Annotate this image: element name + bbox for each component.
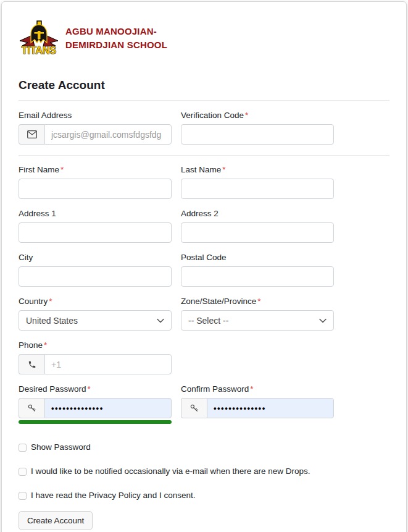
zone-label: Zone/State/Province* xyxy=(181,297,334,306)
country-select[interactable]: United States xyxy=(19,310,172,331)
zone-field: Zone/State/Province* -- Select -- xyxy=(181,297,334,331)
address1-field: Address 1 xyxy=(19,209,172,243)
confirm-password-field: Confirm Password* xyxy=(181,384,334,424)
city-input[interactable] xyxy=(19,266,172,287)
email-field: Email Address xyxy=(19,111,172,145)
email-label: Email Address xyxy=(19,111,172,120)
verification-code-input[interactable] xyxy=(181,124,334,145)
postal-code-input[interactable] xyxy=(181,266,334,287)
country-field: Country* United States xyxy=(19,297,172,331)
school-header: TITANS AGBU MANOOJIAN- DEMIRDJIAN SCHOOL xyxy=(19,20,389,56)
address2-label: Address 2 xyxy=(181,209,334,218)
password-strength-bar xyxy=(19,420,172,424)
desired-password-input[interactable] xyxy=(44,398,172,418)
title-divider xyxy=(19,100,389,101)
desired-password-label: Desired Password* xyxy=(19,384,172,394)
postal-code-field: Postal Code xyxy=(181,253,334,287)
email-input[interactable] xyxy=(44,124,172,145)
desired-password-field: Desired Password* xyxy=(19,384,172,424)
show-password-row: Show Password xyxy=(19,442,389,452)
privacy-label: I have read the Privacy Policy and I con… xyxy=(31,491,195,500)
zone-select[interactable]: -- Select -- xyxy=(181,310,334,331)
privacy-checkbox[interactable] xyxy=(19,492,27,500)
verification-code-field: Verification Code* xyxy=(181,111,334,145)
address2-input[interactable] xyxy=(181,222,334,243)
notify-checkbox[interactable] xyxy=(19,468,27,476)
key-icon xyxy=(181,398,207,418)
last-name-label: Last Name* xyxy=(181,165,334,174)
notify-row: I would like to be notified occasionally… xyxy=(19,467,389,476)
address1-input[interactable] xyxy=(19,222,172,243)
create-account-form: Email Address Verification Code* xyxy=(19,111,389,530)
first-name-input[interactable] xyxy=(19,179,172,199)
privacy-policy-link[interactable]: Privacy Policy xyxy=(89,491,141,500)
confirm-password-label: Confirm Password* xyxy=(181,384,334,394)
phone-input[interactable] xyxy=(44,354,172,374)
privacy-row: I have read the Privacy Policy and I con… xyxy=(19,491,389,500)
first-name-label: First Name* xyxy=(19,165,172,174)
page-title: Create Account xyxy=(19,78,389,92)
school-name: AGBU MANOOJIAN- DEMIRDJIAN SCHOOL xyxy=(65,25,167,52)
address2-field: Address 2 xyxy=(181,209,334,243)
envelope-icon xyxy=(19,124,44,145)
phone-field: Phone* xyxy=(19,340,172,374)
create-account-button[interactable]: Create Account xyxy=(19,511,93,530)
country-label: Country* xyxy=(19,297,172,306)
key-icon xyxy=(19,398,44,418)
city-label: City xyxy=(19,253,172,262)
show-password-label: Show Password xyxy=(31,442,91,452)
section-divider xyxy=(19,155,389,156)
confirm-password-input[interactable] xyxy=(207,398,334,418)
notify-label: I would like to be notified occasionally… xyxy=(31,467,310,476)
chevron-down-icon xyxy=(157,318,164,323)
address1-label: Address 1 xyxy=(19,209,172,218)
phone-icon xyxy=(19,354,44,374)
last-name-field: Last Name* xyxy=(181,165,334,199)
logo-team-text: TITANS xyxy=(22,45,57,56)
last-name-input[interactable] xyxy=(181,179,334,199)
chevron-down-icon xyxy=(319,318,327,323)
verification-code-label: Verification Code* xyxy=(181,111,334,120)
postal-code-label: Postal Code xyxy=(181,253,334,262)
create-account-page: TITANS AGBU MANOOJIAN- DEMIRDJIAN SCHOOL… xyxy=(1,1,407,532)
phone-label: Phone* xyxy=(19,340,172,350)
show-password-checkbox[interactable] xyxy=(19,444,27,452)
titans-logo: TITANS xyxy=(19,20,59,56)
city-field: City xyxy=(19,253,172,287)
first-name-field: First Name* xyxy=(19,165,172,199)
